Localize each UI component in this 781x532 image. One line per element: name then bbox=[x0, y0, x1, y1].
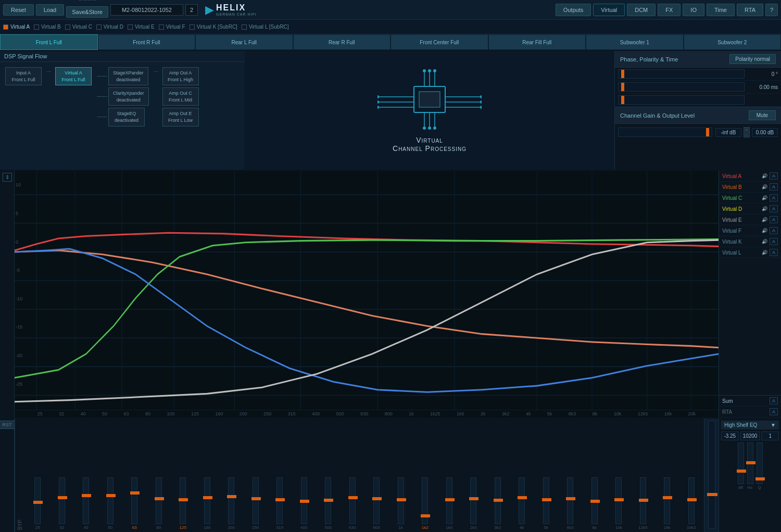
flow-amp-out-c[interactable]: Amp Out C Front L Mid bbox=[162, 87, 199, 106]
channel-front-l-full[interactable]: Front L Full bbox=[0, 34, 98, 50]
scroll-icon[interactable]: ⇕ bbox=[3, 173, 12, 182]
eq-band-3k2[interactable]: 3k2 bbox=[486, 477, 510, 530]
eq-band-160[interactable]: 200 bbox=[220, 477, 243, 530]
virtual-button[interactable]: Virtual bbox=[593, 4, 625, 16]
fader-track-125[interactable] bbox=[204, 477, 210, 524]
fader-track-10k2[interactable] bbox=[688, 477, 695, 524]
eq-band-125[interactable]: 160 bbox=[196, 477, 219, 530]
plus-half[interactable]: + bbox=[744, 128, 749, 132]
virtual-tab-B[interactable]: Virtual B bbox=[34, 24, 61, 30]
help-button[interactable]: ? bbox=[765, 4, 778, 16]
vc-item-virtual-k[interactable]: Virtual K 🔊 A bbox=[719, 236, 781, 247]
mute-button[interactable]: Mute bbox=[749, 110, 776, 120]
eq-band-40[interactable]: 40 bbox=[74, 477, 98, 530]
flow-virtual-box[interactable]: Virtual A Front L Full bbox=[55, 67, 92, 85]
fader-track-10k[interactable] bbox=[615, 477, 622, 524]
fader-track-2k5[interactable] bbox=[470, 477, 476, 524]
virtual-tab-A[interactable]: Virtual A bbox=[3, 24, 30, 30]
fader-track-100[interactable] bbox=[180, 477, 186, 524]
eq-band-400[interactable]: 500 bbox=[317, 477, 340, 530]
vc-item-virtual-b[interactable]: Virtual B 🔊 A bbox=[719, 182, 781, 193]
flow-stage-xpander[interactable]: StageXPander deactivated bbox=[108, 67, 148, 85]
eq-band-800[interactable]: 1k bbox=[389, 477, 413, 530]
fader-track-200[interactable] bbox=[253, 477, 259, 524]
virtual-tab-K[interactable]: Virtual K [SubRC] bbox=[190, 24, 237, 30]
fader-track-80[interactable] bbox=[156, 477, 162, 524]
phase-slider-2[interactable] bbox=[618, 82, 745, 92]
fader-track-4k[interactable] bbox=[519, 477, 525, 524]
fx-button[interactable]: FX bbox=[658, 4, 681, 16]
hs-slider-q[interactable] bbox=[757, 442, 763, 484]
eq-band-315[interactable]: 400 bbox=[293, 477, 316, 530]
fader-track-1k[interactable] bbox=[422, 477, 428, 524]
hs-db-value[interactable]: -3.25 bbox=[721, 432, 739, 440]
eq-band-10k2[interactable]: 10k2 bbox=[680, 477, 703, 530]
master-fader-track[interactable] bbox=[708, 421, 715, 529]
flow-amp-out-e[interactable]: Amp Out E Front L Low bbox=[162, 108, 199, 126]
eq-band-1k6[interactable]: 1k6 bbox=[438, 477, 461, 530]
rst-button[interactable]: RST bbox=[0, 421, 16, 429]
vc-item-virtual-a[interactable]: Virtual A 🔊 A bbox=[719, 171, 781, 182]
channel-rear-r-full[interactable]: Rear R Full bbox=[293, 34, 391, 50]
flow-clarity-xpander[interactable]: ClarityXpander deactivated bbox=[108, 87, 149, 106]
channel-subwoofer-1[interactable]: Subwoofer 1 bbox=[586, 34, 684, 50]
eq-band-63[interactable]: 63 bbox=[123, 477, 146, 530]
vc-item-virtual-l[interactable]: Virtual L 🔊 A bbox=[719, 247, 781, 258]
fader-track-630[interactable] bbox=[373, 477, 380, 524]
eq-band-5k[interactable]: 5k bbox=[535, 477, 558, 530]
eq-band-6k3[interactable]: 6k3 bbox=[559, 477, 582, 530]
eq-band-12k5[interactable]: 12k5 bbox=[632, 477, 655, 530]
eq-band-2k5[interactable]: 2k5 bbox=[462, 477, 485, 530]
hs-slider-hz[interactable] bbox=[747, 442, 753, 484]
vc-item-virtual-e[interactable]: Virtual E 🔊 A bbox=[719, 214, 781, 225]
flow-stage-eq[interactable]: StageEQ deactivated bbox=[108, 108, 145, 126]
rta-button[interactable]: RTA bbox=[737, 4, 763, 16]
fader-track-1k6[interactable] bbox=[446, 477, 452, 524]
vc-item-sum[interactable]: Sum A bbox=[719, 395, 781, 407]
fader-track-400[interactable] bbox=[325, 477, 331, 524]
eq-band-100[interactable]: 125 bbox=[171, 477, 195, 530]
preset-number[interactable]: 2 bbox=[185, 4, 198, 16]
fader-track-3k2[interactable] bbox=[495, 477, 501, 524]
fader-track-32[interactable] bbox=[59, 477, 65, 524]
vc-a-btn-l[interactable]: A bbox=[770, 249, 778, 256]
eq-band-16k[interactable]: 16k bbox=[656, 477, 679, 530]
fader-track-16k[interactable] bbox=[664, 477, 670, 524]
eq-band-10k[interactable]: 10k bbox=[607, 477, 631, 530]
hs-hz-value[interactable]: 10200 bbox=[740, 432, 760, 440]
phase-slider-1[interactable] bbox=[618, 69, 745, 79]
fader-track-8k[interactable] bbox=[591, 477, 598, 524]
fader-track-6k3[interactable] bbox=[567, 477, 573, 524]
time-button[interactable]: Time bbox=[707, 4, 735, 16]
vc-item-rta[interactable]: RTA A bbox=[719, 407, 781, 417]
vc-item-virtual-f[interactable]: Virtual F 🔊 A bbox=[719, 225, 781, 236]
eq-band-250[interactable]: 315 bbox=[268, 477, 292, 530]
channel-subwoofer-2[interactable]: Subwoofer 2 bbox=[684, 34, 782, 50]
channel-front-center[interactable]: Front Center Full bbox=[391, 34, 488, 50]
fader-track-12k5[interactable] bbox=[640, 477, 646, 524]
save-store-button[interactable]: Save&Store bbox=[66, 6, 108, 18]
eq-band-630[interactable]: 800 bbox=[365, 477, 388, 530]
eq-band-1k[interactable]: 1k2 bbox=[413, 477, 437, 530]
dcm-button[interactable]: DCM bbox=[627, 4, 656, 16]
virtual-tab-F[interactable]: Virtual F bbox=[159, 24, 185, 30]
minus-half[interactable]: - bbox=[744, 132, 749, 137]
flow-amp-out-a[interactable]: Amp Out A Front L High bbox=[162, 67, 199, 85]
fader-track-40[interactable] bbox=[83, 477, 89, 524]
hs-dropdown-icon[interactable]: ▼ bbox=[771, 422, 776, 428]
fader-track-250[interactable] bbox=[276, 477, 283, 524]
channel-rear-l-full[interactable]: Rear L Full bbox=[195, 34, 293, 50]
vc-a-btn-f[interactable]: A bbox=[770, 227, 778, 234]
vc-a-btn-a[interactable]: A bbox=[770, 172, 778, 180]
outputs-button[interactable]: Outputs bbox=[556, 4, 591, 16]
vc-item-virtual-d[interactable]: Virtual D 🔊 A bbox=[719, 204, 781, 214]
vc-a-btn-sum[interactable]: A bbox=[770, 397, 778, 404]
flow-input-box[interactable]: Input A Front L Full bbox=[5, 67, 42, 85]
eq-band-80[interactable]: 80 bbox=[147, 477, 171, 530]
eq-band-8k[interactable]: 8k bbox=[583, 477, 607, 530]
pm-button[interactable]: + - bbox=[744, 127, 750, 137]
virtual-tab-C[interactable]: Virtual C bbox=[65, 24, 92, 30]
fader-track-63[interactable] bbox=[131, 477, 137, 524]
vc-item-virtual-c[interactable]: Virtual C 🔊 A bbox=[719, 193, 781, 204]
eq-band-32[interactable]: 32 bbox=[51, 477, 74, 530]
